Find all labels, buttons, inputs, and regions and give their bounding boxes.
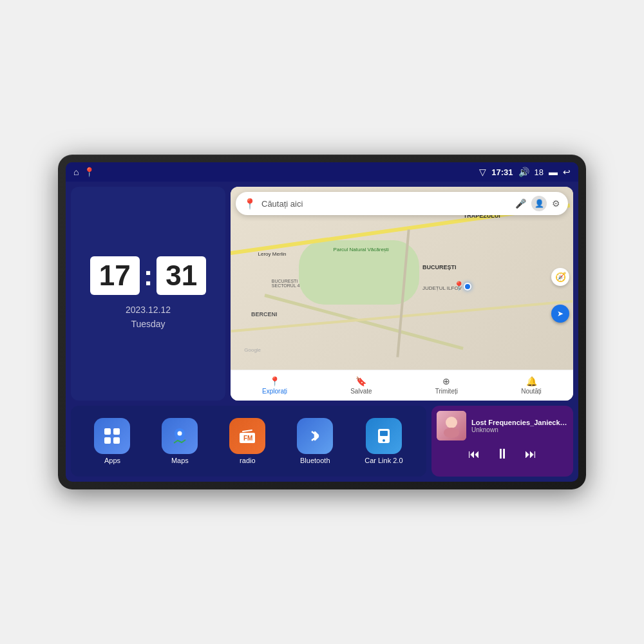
- carlink-label: Car Link 2.0: [365, 457, 402, 464]
- bottom-row: Apps Maps: [71, 406, 573, 477]
- app-item-bluetooth[interactable]: Bluetooth: [297, 418, 333, 464]
- signal-icon: ▽: [479, 167, 486, 177]
- play-pause-button[interactable]: ⏸: [495, 446, 509, 462]
- apps-icon: [94, 418, 130, 454]
- map-search-bar[interactable]: 📍 Căutați aici 🎤 👤 ⚙: [236, 192, 568, 215]
- svg-rect-1: [113, 428, 120, 435]
- carlink-icon: [366, 418, 402, 454]
- back-icon[interactable]: ↩: [563, 167, 571, 177]
- clock-minutes: 31: [156, 256, 206, 295]
- svg-rect-8: [380, 431, 388, 436]
- status-bar: ⌂ 📍 ▽ 17:31 🔊 18 ▬ ↩: [66, 162, 578, 182]
- main-content: 17 : 31 2023.12.12 Tuesday: [66, 182, 578, 482]
- music-info: Lost Frequencies_Janieck Devy-... Unknow…: [471, 419, 568, 433]
- svg-point-11: [446, 417, 457, 428]
- map-settings-icon[interactable]: ⚙: [552, 198, 560, 209]
- map-background: TRAPEZULUI BUCUREȘTI JUDEȚUL ILFOV BERCE…: [231, 187, 573, 401]
- music-thumbnail: [437, 411, 466, 440]
- screen: ⌂ 📍 ▽ 17:31 🔊 18 ▬ ↩ 17 : 31: [66, 162, 578, 482]
- music-controls: ⏮ ⏸ ⏭: [437, 444, 568, 464]
- music-title: Lost Frequencies_Janieck Devy-...: [471, 419, 568, 426]
- next-button[interactable]: ⏭: [525, 448, 536, 461]
- radio-icon: FM: [229, 418, 265, 454]
- maps-status-icon[interactable]: 📍: [84, 167, 95, 177]
- svg-rect-3: [113, 437, 120, 444]
- clock-hours: 17: [90, 256, 140, 295]
- maps-icon: [162, 418, 198, 454]
- map-nav-saved[interactable]: 🔖 Salvate: [350, 376, 372, 395]
- svg-rect-0: [104, 428, 111, 435]
- clock-display: 17 : 31: [90, 256, 207, 295]
- map-panel[interactable]: TRAPEZULUI BUCUREȘTI JUDEȚUL ILFOV BERCE…: [231, 187, 573, 401]
- apps-label: Apps: [104, 457, 120, 464]
- home-icon[interactable]: ⌂: [73, 167, 79, 177]
- map-nav-share[interactable]: ⊕ Trimiteți: [435, 376, 458, 395]
- svg-rect-2: [104, 437, 111, 444]
- app-item-apps[interactable]: Apps: [94, 418, 130, 464]
- maps-label: Maps: [171, 457, 189, 464]
- app-item-radio[interactable]: FM radio: [229, 418, 265, 464]
- clock-colon: :: [144, 261, 153, 290]
- prev-button[interactable]: ⏮: [468, 448, 480, 461]
- map-avatar[interactable]: 👤: [531, 196, 547, 211]
- svg-text:FM: FM: [243, 435, 252, 442]
- status-left-icons: ⌂ 📍: [73, 167, 95, 177]
- map-nav-explore[interactable]: 📍 Explorați: [262, 376, 287, 395]
- app-item-maps[interactable]: Maps: [162, 418, 198, 464]
- volume-icon: 🔊: [518, 167, 529, 177]
- clock-panel: 17 : 31 2023.12.12 Tuesday: [71, 187, 225, 401]
- music-panel: Lost Frequencies_Janieck Devy-... Unknow…: [431, 406, 573, 477]
- svg-point-12: [444, 428, 459, 438]
- map-nav-news[interactable]: 🔔 Noutăți: [521, 376, 542, 395]
- bluetooth-label: Bluetooth: [300, 457, 330, 464]
- map-pin-icon: 📍: [243, 198, 256, 210]
- bluetooth-icon: [297, 418, 333, 454]
- svg-point-9: [383, 439, 385, 442]
- map-bottom-bar: 📍 Explorați 🔖 Salvate ⊕ Trimiteți 🔔: [231, 370, 573, 401]
- map-mic-icon[interactable]: 🎤: [515, 198, 526, 209]
- music-artist: Unknown: [471, 426, 568, 433]
- app-item-carlink[interactable]: Car Link 2.0: [365, 418, 402, 464]
- battery-icon: ▬: [549, 167, 558, 177]
- map-search-text[interactable]: Căutați aici: [261, 199, 510, 209]
- app-launcher: Apps Maps: [71, 406, 426, 477]
- music-top: Lost Frequencies_Janieck Devy-... Unknow…: [437, 411, 568, 440]
- clock-date: 2023.12.12 Tuesday: [126, 303, 171, 332]
- radio-label: radio: [240, 457, 255, 464]
- device: ⌂ 📍 ▽ 17:31 🔊 18 ▬ ↩ 17 : 31: [58, 155, 586, 489]
- svg-point-4: [178, 431, 182, 436]
- volume-level: 18: [535, 167, 544, 177]
- status-time: 17:31: [491, 167, 513, 177]
- top-row: 17 : 31 2023.12.12 Tuesday: [71, 187, 573, 401]
